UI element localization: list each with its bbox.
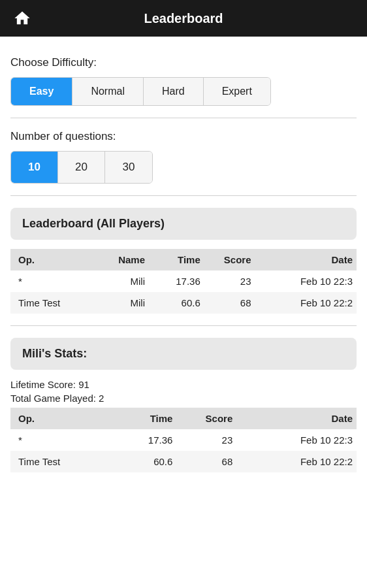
stats-table-head: Op. Time Score Date xyxy=(10,408,357,429)
stats-col-header-op: Op. xyxy=(10,408,112,429)
difficulty-selector: Easy Normal Hard Expert xyxy=(10,77,271,106)
home-icon xyxy=(13,9,31,27)
total-games: Total Game Played: 2 xyxy=(10,393,357,404)
divider-2 xyxy=(10,195,357,196)
col-header-score: Score xyxy=(204,249,255,270)
difficulty-expert[interactable]: Expert xyxy=(204,78,270,105)
stats-col-header-time: Time xyxy=(112,408,176,429)
cell-score: 68 xyxy=(204,292,255,314)
divider-3 xyxy=(10,325,357,326)
stats-cell-op: * xyxy=(10,429,112,451)
stats-cell-score: 23 xyxy=(176,429,236,451)
col-header-time: Time xyxy=(149,249,204,270)
stats-cell-time: 60.6 xyxy=(112,451,176,472)
questions-20[interactable]: 20 xyxy=(58,152,105,183)
table-row: * Mili 17.36 23 Feb 10 22:3 xyxy=(10,270,357,292)
questions-selector: 10 20 30 xyxy=(10,151,153,184)
cell-op: * xyxy=(10,270,93,292)
table-row: * 17.36 23 Feb 10 22:3 xyxy=(10,429,357,451)
stats-title: Mili's Stats: xyxy=(22,347,87,360)
cell-time: 60.6 xyxy=(149,292,204,314)
questions-30[interactable]: 30 xyxy=(105,152,152,183)
difficulty-label: Choose Difficulty: xyxy=(10,56,357,69)
difficulty-easy[interactable]: Easy xyxy=(11,78,72,105)
main-content: Choose Difficulty: Easy Normal Hard Expe… xyxy=(0,37,367,472)
col-header-op: Op. xyxy=(10,249,93,270)
table-row: Time Test 60.6 68 Feb 10 22:2 xyxy=(10,451,357,472)
leaderboard-table-head: Op. Name Time Score Date xyxy=(10,249,357,270)
leaderboard-table-body: * Mili 17.36 23 Feb 10 22:3 Time Test Mi… xyxy=(10,270,357,314)
cell-name: Mili xyxy=(93,292,149,314)
stats-header-box: Mili's Stats: xyxy=(10,338,357,370)
stats-table: Op. Time Score Date * 17.36 23 Feb 10 22… xyxy=(10,408,357,472)
col-header-name: Name xyxy=(93,249,149,270)
cell-op: Time Test xyxy=(10,292,93,314)
difficulty-section: Choose Difficulty: Easy Normal Hard Expe… xyxy=(10,56,357,106)
stats-cell-time: 17.36 xyxy=(112,429,176,451)
divider-1 xyxy=(10,118,357,118)
leaderboard-table: Op. Name Time Score Date * Mili 17.36 23… xyxy=(10,249,357,314)
questions-section: Number of questions: 10 20 30 xyxy=(10,130,357,184)
leaderboard-title: Leaderboard (All Players) xyxy=(22,217,165,230)
questions-10[interactable]: 10 xyxy=(11,152,58,183)
table-row: Time Test Mili 60.6 68 Feb 10 22:2 xyxy=(10,292,357,314)
difficulty-normal[interactable]: Normal xyxy=(72,78,144,105)
cell-score: 23 xyxy=(204,270,255,292)
questions-label: Number of questions: xyxy=(10,130,357,143)
leaderboard-header-box: Leaderboard (All Players) xyxy=(10,208,357,240)
cell-name: Mili xyxy=(93,270,149,292)
cell-date: Feb 10 22:2 xyxy=(255,292,357,314)
col-header-date: Date xyxy=(255,249,357,270)
stats-cell-date: Feb 10 22:3 xyxy=(236,429,357,451)
page-title: Leaderboard xyxy=(34,11,333,26)
stats-cell-date: Feb 10 22:2 xyxy=(236,451,357,472)
stats-table-body: * 17.36 23 Feb 10 22:3 Time Test 60.6 68… xyxy=(10,429,357,472)
home-button[interactable] xyxy=(10,7,34,30)
difficulty-hard[interactable]: Hard xyxy=(144,78,204,105)
lifetime-score: Lifetime Score: 91 xyxy=(10,379,357,390)
stats-section: Mili's Stats: Lifetime Score: 91 Total G… xyxy=(10,338,357,472)
stats-cell-score: 68 xyxy=(176,451,236,472)
stats-col-header-score: Score xyxy=(176,408,236,429)
stats-cell-op: Time Test xyxy=(10,451,112,472)
cell-date: Feb 10 22:3 xyxy=(255,270,357,292)
leaderboard-section: Leaderboard (All Players) Op. Name Time … xyxy=(10,208,357,314)
stats-info: Lifetime Score: 91 Total Game Played: 2 xyxy=(10,379,357,404)
stats-col-header-date: Date xyxy=(236,408,357,429)
cell-time: 17.36 xyxy=(149,270,204,292)
app-header: Leaderboard xyxy=(0,0,367,37)
